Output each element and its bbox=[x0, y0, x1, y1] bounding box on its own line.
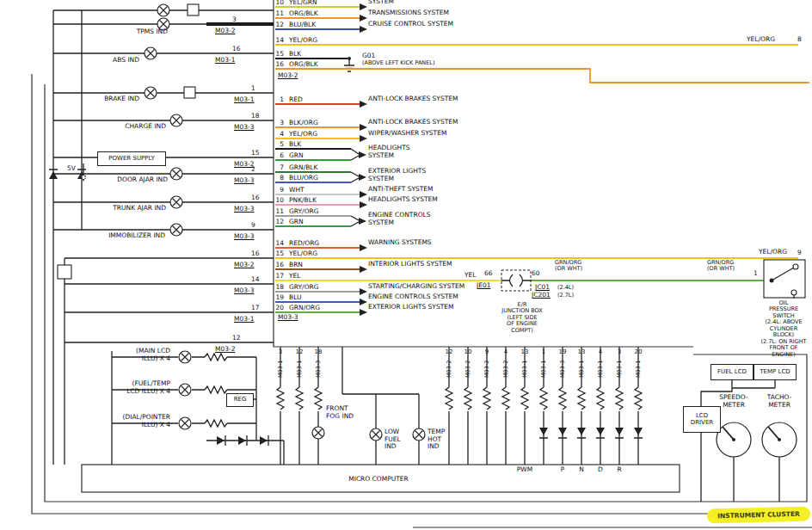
connector-stub: 14 M03-3 bbox=[234, 287, 255, 294]
stub-pin: 18 bbox=[251, 112, 265, 120]
connector-stub: 18 M03-3 bbox=[234, 123, 255, 131]
label-p: P bbox=[558, 466, 567, 474]
wire-pin: 9 bbox=[270, 186, 284, 194]
wire-pin: 14 bbox=[270, 239, 284, 247]
bottom-pin: 12 M03-1 bbox=[292, 348, 306, 382]
bottom-pin-connector: M03-2 bbox=[483, 356, 490, 382]
wire-system: ANTI-LOCK BRAKES SYSTEM bbox=[368, 118, 458, 126]
indicator-lamp-icon bbox=[170, 224, 182, 236]
wire-color: YEL bbox=[289, 272, 301, 280]
label-fuel-temp-lcd-illu: (FUEL/TEMP LCD ILLU) X 4 bbox=[100, 380, 170, 395]
wire-row: 15 YEL/ORG bbox=[275, 250, 559, 258]
label-r: R bbox=[615, 466, 624, 474]
wire-row: 10 PNK/BLK HEADLIGHTS SYSTEM bbox=[275, 196, 559, 205]
bottom-pin: 3 M03-1 bbox=[612, 348, 626, 382]
stub-connector: M03-1 bbox=[234, 96, 255, 103]
bottom-pin: 10 M03-2 bbox=[461, 348, 475, 382]
bottom-pin-connector: M03-3 bbox=[559, 356, 566, 382]
oil-switch-pin-1: 1 bbox=[754, 270, 758, 278]
label-tpms-ind: TPMS IND bbox=[103, 28, 168, 36]
wire-row: 4 YEL/ORG WIPER/WASHER SYSTEM bbox=[275, 130, 559, 139]
low-fuel-lamp-icon bbox=[370, 428, 382, 441]
connector-stub: 9 M03-3 bbox=[234, 232, 255, 240]
label-micro-computer: MICRO COMPUTER bbox=[305, 476, 452, 484]
indicator-lamp-icon bbox=[157, 4, 169, 16]
wire-color: WHT bbox=[289, 186, 304, 194]
connector-stub: 3 M03-2 bbox=[215, 27, 236, 34]
page-connector-9: 9 bbox=[797, 250, 802, 257]
temp-lcd-box: TEMP LCD bbox=[754, 364, 797, 380]
stub-pin: 16 bbox=[251, 194, 265, 201]
wire-row: 14 RED/ORG WARNING SYSTEMS bbox=[275, 239, 559, 248]
wire-system: CRUISE CONTROL SYSTEM bbox=[368, 20, 453, 28]
bottom-pin: 9 M03-2 bbox=[480, 348, 494, 382]
stub-pin: 12 bbox=[232, 334, 246, 342]
wire-pin: 15 bbox=[270, 250, 284, 257]
wire-system: HEADLIGHTS SYSTEM bbox=[368, 195, 438, 203]
wire-system: SYSTEM bbox=[368, 0, 394, 5]
stub-connector: M03-2 bbox=[215, 345, 236, 353]
bottom-pin: 1 M03-1 bbox=[537, 348, 551, 382]
stub-connector: M03-2 bbox=[234, 261, 255, 268]
bottom-pin-number: 4 bbox=[594, 348, 607, 356]
stub-connector: M03-1 bbox=[215, 56, 236, 64]
bottom-pin-connector: M03-1 bbox=[540, 356, 547, 382]
wire-row: 20 GRN/ORG EXTERIOR LIGHTS SYSTEM bbox=[275, 304, 559, 312]
wire-system: ANTI-THEFT SYSTEM bbox=[368, 185, 434, 193]
bottom-pin-connector: M03-1 bbox=[597, 356, 604, 382]
wire-row: 14 YEL/ORG bbox=[275, 36, 559, 45]
bottom-pin-connector: M03-1 bbox=[578, 356, 585, 382]
bottom-pin: 19 M03-3 bbox=[556, 348, 569, 382]
wire-row: 15 BLK bbox=[275, 50, 559, 59]
wire-pin: 3 bbox=[270, 119, 284, 126]
bottom-pin-connector: M03-1 bbox=[277, 356, 284, 382]
wire-color: BLU bbox=[289, 293, 301, 301]
label-yel-org-mid: YEL/ORG bbox=[759, 249, 787, 256]
indicator-lamp-icon bbox=[170, 168, 182, 180]
connector-stub: 16 M03-1 bbox=[215, 56, 236, 64]
bottom-pin-number: 12 bbox=[442, 348, 456, 356]
wire-row: 9 WHT ANTI-THEFT SYSTEM bbox=[275, 186, 559, 194]
label-low-fuel-ind: LOW FUEL IND bbox=[384, 428, 401, 451]
wire-row: 8 BLU/ORG bbox=[275, 174, 559, 182]
wire-pin: 16 bbox=[270, 60, 284, 68]
wire-color: BLU/ORG bbox=[289, 174, 318, 182]
instrument-cluster-wiring-diagram: TPMS IND ABS IND BRAKE IND CHARGE IND PO… bbox=[0, 0, 812, 530]
label-d: D bbox=[596, 466, 605, 474]
wire-pin: 15 bbox=[270, 50, 284, 58]
stub-pin: 9 bbox=[251, 221, 265, 229]
label-immobilizer-ind: IMMOBILIZER IND bbox=[79, 232, 165, 240]
wire-row: 11 ORG/BLK TRANSMISSIONS SYSTEM bbox=[275, 9, 559, 18]
bottom-pin-number: 20 bbox=[631, 348, 645, 356]
wire-color: RED/ORG bbox=[289, 239, 319, 247]
wire-row: 3 BLK/ORG ANTI-LOCK BRAKES SYSTEM bbox=[275, 119, 559, 127]
label-grn-org-2: GRN/ORG (OR WHT) bbox=[707, 260, 735, 273]
reg-box: REG bbox=[226, 393, 254, 407]
connector-stub: 16 M03-2 bbox=[234, 261, 255, 268]
label-brake-ind: BRAKE IND bbox=[77, 96, 139, 103]
instrument-cluster-highlight: INSTRUMENT CLUSTER bbox=[707, 506, 810, 523]
wire-pin: 17 bbox=[270, 272, 284, 280]
wire-pin: 11 bbox=[270, 9, 284, 17]
oil-pressure-switch-note: OIL PRESSURE SWITCH (2.4L: ABOVE CYLINDE… bbox=[759, 300, 809, 358]
bottom-pin-number: 19 bbox=[556, 348, 569, 356]
label-temp-hot-ind: TEMP HOT IND bbox=[428, 428, 445, 451]
wire-pin: 4 bbox=[270, 130, 284, 138]
label-front-fog-ind: FRONT FOG IND bbox=[326, 405, 354, 420]
bottom-pin-number: 1 bbox=[537, 348, 551, 356]
wire-color: GRY/ORG bbox=[289, 207, 319, 215]
stub-pin: 16 bbox=[232, 45, 246, 52]
stub-pin: 15 bbox=[251, 149, 265, 157]
speedometer-gauge-icon bbox=[717, 422, 751, 457]
label-door-ajar-ind: DOOR AJAR IND bbox=[89, 176, 168, 184]
wire-color: PNK/BLK bbox=[289, 196, 317, 204]
wire-pin: 19 bbox=[270, 293, 284, 301]
wire-color: BRN bbox=[289, 261, 303, 268]
lcd-driver-box: LCD DRIVER bbox=[683, 406, 721, 433]
bottom-pin-number: 9 bbox=[480, 348, 494, 356]
label-yel-org-top: YEL/ORG bbox=[747, 36, 775, 44]
stub-pin: 14 bbox=[251, 275, 265, 283]
bottom-pin-connector: M03-2 bbox=[446, 356, 452, 382]
bottom-pin: 20 M03-1 bbox=[631, 348, 645, 382]
bottom-pin-connector: M03-2 bbox=[502, 356, 509, 382]
